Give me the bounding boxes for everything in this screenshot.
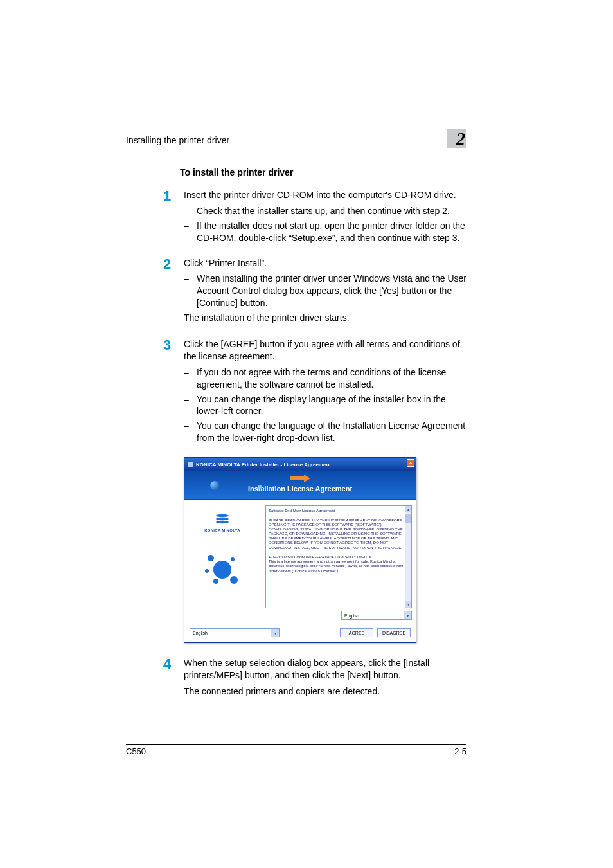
step-text: Click “Printer Install”. — [184, 257, 466, 269]
disagree-button[interactable]: DISAGREE — [377, 628, 411, 637]
step-text: Click the [AGREE] button if you agree wi… — [184, 338, 466, 363]
license-dialog: KONICA MINOLTA Printer Installer - Licen… — [184, 457, 416, 643]
step-subitem: If the installer does not start up, open… — [184, 220, 466, 244]
arrow-icon — [289, 475, 312, 484]
banner-title: Installation License Agreement — [184, 485, 416, 493]
dialog-banner: Installation License Agreement — [184, 471, 416, 499]
svg-point-1 — [216, 514, 229, 517]
dialog-right-panel: Software End User License Agreement PLEA… — [260, 499, 416, 624]
footer-page-number: 2-5 — [454, 746, 466, 756]
language-select-left[interactable]: English ▾ — [190, 628, 280, 637]
step-text: Insert the printer driver CD-ROM into th… — [184, 189, 466, 201]
step-after-text: The connected printers and copiers are d… — [184, 685, 466, 698]
agree-button[interactable]: AGREE — [340, 628, 373, 637]
step-number: 4 — [163, 657, 184, 701]
step-text: When the setup selection dialog box appe… — [184, 657, 466, 682]
scroll-down-icon[interactable]: ▾ — [405, 601, 411, 608]
svg-point-6 — [230, 576, 238, 584]
section-heading: To install the printer driver — [180, 167, 466, 177]
step-subitem: Check that the installer starts up, and … — [184, 205, 466, 217]
step-after-text: The installation of the printer driver s… — [184, 312, 466, 324]
license-heading: Software End User License Agreement — [269, 509, 404, 513]
dialog-title: KONICA MINOLTA Printer Installer - Licen… — [196, 462, 331, 467]
dialog-titlebar: KONICA MINOLTA Printer Installer - Licen… — [184, 458, 416, 471]
brand-text: KONICA MINOLTA — [204, 529, 240, 532]
step-number: 1 — [163, 189, 184, 247]
step-subitem: When installing the printer driver under… — [184, 273, 466, 309]
chapter-number: 2 — [456, 129, 465, 149]
license-body-text: PLEASE READ CAREFULLY THE LICENSE AGREEM… — [269, 518, 404, 550]
svg-point-4 — [213, 561, 231, 579]
language-select-right[interactable]: English ▾ — [341, 611, 412, 620]
license-body-text: 1. COPYRIGHT AND INTELLECTUAL PROPERTY R… — [269, 555, 404, 574]
step-subitem: You can change the language of the Insta… — [184, 420, 466, 444]
decorative-graphic-icon — [203, 552, 242, 588]
dialog-footer: English ▾ AGREE DISAGREE — [184, 624, 416, 642]
language-select-value: English — [193, 631, 208, 635]
svg-point-7 — [213, 579, 218, 584]
step-number: 2 — [163, 257, 184, 328]
header-rule — [126, 149, 466, 149]
svg-point-8 — [231, 557, 235, 561]
running-header: Installing the printer driver — [126, 135, 229, 145]
language-select-value: English — [344, 613, 359, 618]
footer-model: C550 — [126, 746, 146, 756]
chevron-down-icon: ▾ — [404, 611, 411, 619]
step-number: 3 — [163, 338, 184, 447]
footer-rule — [126, 744, 466, 745]
app-icon — [187, 461, 193, 467]
konica-minolta-logo-icon — [215, 513, 230, 525]
svg-point-3 — [216, 521, 229, 523]
scroll-thumb[interactable] — [405, 514, 411, 523]
svg-point-9 — [205, 569, 209, 573]
license-text-box[interactable]: Software End User License Agreement PLEA… — [265, 505, 412, 608]
scrollbar[interactable]: ▴ ▾ — [405, 506, 411, 608]
svg-rect-0 — [188, 462, 193, 467]
svg-point-5 — [208, 555, 214, 561]
close-button[interactable]: × — [407, 459, 414, 467]
svg-point-2 — [216, 518, 229, 520]
step-subitem: You can change the display language of t… — [184, 393, 466, 418]
step-subitem: If you do not agree with the terms and c… — [184, 366, 466, 391]
chevron-down-icon: ▾ — [271, 629, 279, 637]
dialog-body: KONICA MINOLTA Softwa — [184, 499, 416, 624]
close-icon: × — [409, 460, 413, 466]
dialog-left-panel: KONICA MINOLTA — [184, 499, 260, 624]
scroll-up-icon[interactable]: ▴ — [405, 506, 411, 512]
